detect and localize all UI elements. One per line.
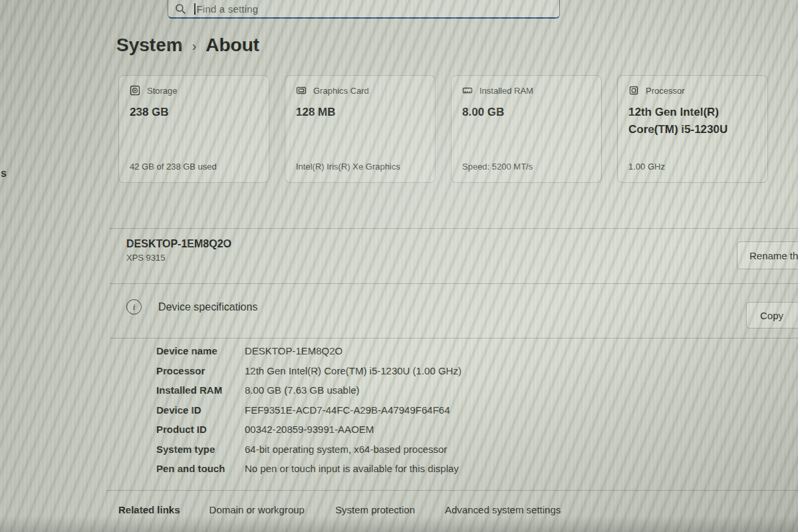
- divider: [110, 338, 798, 338]
- spec-label: Pen and touch: [156, 462, 245, 476]
- card-value: 12th Gen Intel(R) Core(TM) i5-1230U: [628, 104, 757, 139]
- related-links: Related links Domain or workgroup System…: [118, 504, 561, 515]
- search-placeholder: Find a setting: [197, 3, 259, 15]
- card-value: 128 MB: [296, 104, 424, 121]
- processor-card: Processor 12th Gen Intel(R) Core(TM) i5-…: [617, 75, 768, 183]
- spec-value: DESKTOP-1EM8Q2O: [245, 344, 462, 358]
- ram-card: Installed RAM 8.00 GB Speed: 5200 MT/s: [451, 75, 602, 183]
- chevron-right-icon: ›: [192, 39, 197, 54]
- spec-label: Product ID: [156, 423, 245, 437]
- device-model: XPS 9315: [126, 253, 231, 263]
- divider: [106, 490, 798, 491]
- graphics-card: Graphics Card 128 MB Intel(R) Iris(R) Xe…: [285, 75, 436, 183]
- link-system-protection[interactable]: System protection: [335, 504, 415, 515]
- ram-icon: [462, 85, 473, 96]
- spec-value: 12th Gen Intel(R) Core(TM) i5-1230U (1.0…: [245, 364, 462, 378]
- card-label: Graphics Card: [313, 86, 369, 96]
- summary-cards: Storage 238 GB 42 GB of 238 GB used Grap…: [118, 75, 768, 183]
- text-cursor: [194, 3, 196, 15]
- spec-value: 00342-20859-93991-AAOEM: [245, 423, 462, 437]
- search-icon: [175, 3, 186, 15]
- card-value: 238 GB: [130, 104, 258, 121]
- card-value: 8.00 GB: [462, 104, 591, 121]
- divider: [110, 228, 798, 229]
- card-caption: 42 GB of 238 GB used: [130, 162, 217, 172]
- spec-label: System type: [156, 443, 245, 457]
- breadcrumb-system[interactable]: System: [116, 35, 183, 56]
- device-name: DESKTOP-1EM8Q2O: [126, 238, 231, 250]
- breadcrumb: System › About: [116, 35, 259, 56]
- related-links-title: Related links: [118, 504, 180, 515]
- spec-label: Processor: [156, 364, 245, 378]
- sidebar-item-fragment[interactable]: s: [1, 168, 7, 180]
- search-input[interactable]: Find a setting: [168, 0, 560, 19]
- page-title: About: [205, 35, 259, 56]
- spec-value: No pen or touch input is available for t…: [245, 462, 462, 476]
- section-title: Device specifications: [158, 301, 257, 313]
- settings-about-page: s Find a setting System › About Storage …: [0, 0, 798, 532]
- link-advanced-system-settings[interactable]: Advanced system settings: [445, 504, 561, 515]
- spec-label: Device ID: [156, 404, 245, 418]
- gpu-icon: [296, 85, 307, 96]
- link-domain-or-workgroup[interactable]: Domain or workgroup: [209, 504, 305, 515]
- card-label: Installed RAM: [479, 86, 533, 96]
- cpu-icon: [628, 85, 639, 96]
- rename-pc-button[interactable]: Rename this PC: [737, 241, 798, 269]
- card-caption: Intel(R) Iris(R) Xe Graphics: [296, 162, 400, 172]
- device-name-block: DESKTOP-1EM8Q2O XPS 9315: [126, 238, 231, 263]
- card-caption: 1.00 GHz: [628, 162, 665, 172]
- card-label: Processor: [646, 86, 685, 96]
- spec-value: 8.00 GB (7.63 GB usable): [245, 384, 462, 398]
- card-label: Storage: [147, 86, 178, 96]
- storage-icon: [130, 85, 140, 96]
- info-icon: i: [126, 299, 142, 315]
- card-caption: Speed: 5200 MT/s: [462, 162, 533, 172]
- spec-value: 64-bit operating system, x64-based proce…: [245, 443, 462, 457]
- spec-label: Installed RAM: [156, 384, 245, 398]
- device-specifications-table: Device name DESKTOP-1EM8Q2O Processor 12…: [156, 344, 462, 476]
- spec-label: Device name: [156, 344, 245, 358]
- divider: [110, 283, 798, 284]
- copy-button[interactable]: Copy: [746, 302, 798, 329]
- device-specifications-header: i Device specifications: [126, 299, 257, 315]
- spec-value: FEF9351E-ACD7-44FC-A29B-A47949F64F64: [245, 404, 462, 418]
- storage-card: Storage 238 GB 42 GB of 238 GB used: [118, 75, 269, 183]
